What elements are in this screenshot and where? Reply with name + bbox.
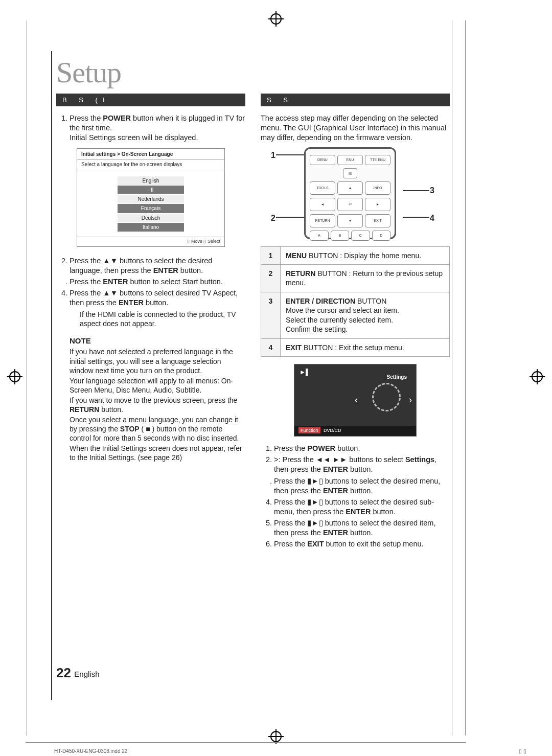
registration-mark <box>270 731 282 742</box>
legend-num-2: 2 <box>261 265 281 292</box>
step-3: . Press the ENTER button to select Start… <box>70 277 245 287</box>
lang-deutsch: Deutsch <box>118 214 184 222</box>
note-body: If you have not selected a preferred lan… <box>56 347 245 463</box>
step-1b: Initial Settings screen will be displaye… <box>70 133 198 142</box>
lang-nederlands: Nederlands <box>118 195 184 203</box>
rstep-3: .Press the ▮►▯ buttons to select the des… <box>274 476 450 496</box>
note-5: When the Initial Settings screen does no… <box>70 444 245 463</box>
legend-num-1: 1 <box>261 246 281 264</box>
section-bar-right: S S <box>261 94 450 106</box>
page-heading: Setup <box>52 55 465 94</box>
tv-settings-screen: ►▌ Settings ‹ › Function DVD/CD <box>294 364 417 437</box>
lang-english: English <box>118 176 184 185</box>
battery-icon: ▥ <box>343 168 357 178</box>
registration-mark <box>270 13 282 25</box>
legend-text-2: RETURN BUTTON : Return to the previous s… <box>281 265 450 292</box>
remote-enu-btn: ENU <box>337 155 363 165</box>
tv-footer: Function DVD/CD <box>294 426 416 436</box>
remote-a-btn: A <box>310 231 329 241</box>
remote-right-btn: ► <box>365 198 390 211</box>
rstep-6: 6.Press the EXIT button to exit the setu… <box>274 539 450 549</box>
ui-breadcrumb: Initial settings > On-Screen Language <box>77 149 224 160</box>
language-list: English · fl Nederlands Français Deutsch… <box>77 171 224 237</box>
callout-1: 1 <box>271 150 275 161</box>
right-intro: The access step may differ depending on … <box>261 113 450 143</box>
remote-menu-btn: DENU <box>310 155 335 165</box>
callout-3: 3 <box>430 185 434 196</box>
print-footer-left: HT-D450-XU-ENG-0303.indd 22 <box>54 748 127 754</box>
note-3: If you want to move to the previous scre… <box>70 396 245 415</box>
remote-down-btn: ▼ <box>337 214 363 227</box>
remote-left-btn: ◄ <box>310 198 335 211</box>
legend-text-4: EXIT BUTTON : Exit the setup menu. <box>281 338 450 356</box>
step-2: 2. Press the ▲▼ buttons to select the de… <box>70 256 245 276</box>
page-number: 22 English <box>56 665 100 681</box>
trim-line <box>27 20 27 736</box>
lang-highlight: · fl <box>118 186 184 194</box>
arrow-left-icon: ‹ <box>355 394 358 406</box>
play-pause-icon: ►▌ <box>300 369 310 377</box>
remote-tools-btn: TOOLS <box>310 181 335 195</box>
tv-title: Settings <box>387 374 407 380</box>
settings-gear-icon <box>372 383 401 411</box>
rstep-5: 5.Press the ▮►▯ buttons to select the de… <box>274 518 450 538</box>
legend-text-1: MENU BUTTON : Display the home menu. <box>281 246 450 264</box>
arrow-right-icon: › <box>409 394 412 406</box>
ui-prompt: Select a language for the on-screen disp… <box>77 160 224 171</box>
step-1: 1. Press the POWER button when it is plu… <box>70 113 245 143</box>
rstep-2: 2.>: Press the ◄◄ ►► buttons to select S… <box>274 455 450 474</box>
remote-return-btn: RETURN <box>310 214 335 227</box>
step-4: 4. Press the ▲▼ buttons to select desire… <box>70 288 245 308</box>
legend-num-3: 3 <box>261 292 281 338</box>
remote-c-btn: C <box>351 231 370 241</box>
remote-enter-btn: ⏎ <box>337 198 363 211</box>
remote-diagram: 1 2 3 4 DENU ENU TTE ENU ▥ TOOLS ▲ INFO <box>261 147 450 239</box>
step-4b: If the HDMI cable is connected to the pr… <box>56 310 245 329</box>
rstep-1: 1.Press the POWER button. <box>274 444 450 453</box>
section-bar-left: B S (I <box>56 94 245 106</box>
tv-foot-function: Function <box>298 427 320 433</box>
print-footer: HT-D450-XU-ENG-0303.indd 22 ▯ ▯ <box>0 748 552 754</box>
trim-line <box>26 742 466 743</box>
note-heading: NOTE <box>56 330 245 347</box>
ui-footer-hints: ▯ Move ▯ Select <box>77 237 224 246</box>
print-footer-right: ▯ ▯ <box>519 748 526 754</box>
trim-line <box>465 20 466 736</box>
page-content: Setup B S (I 1. Press the POWER button w… <box>51 51 465 700</box>
right-column: S S The access step may differ depending… <box>261 94 450 551</box>
rstep-4: 4.Press the ▮►▯ buttons to select the de… <box>274 497 450 517</box>
left-column: B S (I 1. Press the POWER button when it… <box>56 94 245 551</box>
legend-num-4: 4 <box>261 338 281 356</box>
legend-text-3: ENTER / DIRECTION BUTTONMove the cursor … <box>281 292 450 338</box>
registration-mark <box>532 371 543 382</box>
lang-francais: Français <box>118 204 184 213</box>
lang-italiano: Italiano <box>118 223 184 232</box>
button-legend-table: 1 MENU BUTTON : Display the home menu. 2… <box>261 246 450 357</box>
note-1: If you have not selected a preferred lan… <box>70 347 245 375</box>
remote-up-btn: ▲ <box>337 181 363 195</box>
callout-4: 4 <box>430 213 434 223</box>
remote-info-btn: INFO <box>365 181 390 195</box>
initial-settings-screen: Initial settings > On-Screen Language Se… <box>77 148 225 247</box>
remote-d-btn: D <box>372 231 391 241</box>
remote-b-btn: B <box>331 231 350 241</box>
remote-body: DENU ENU TTE ENU ▥ TOOLS ▲ INFO ◄ ⏎ ► <box>304 147 396 239</box>
note-4: Once you select a menu language, you can… <box>70 415 245 443</box>
remote-exit-btn: EXIT <box>365 214 390 227</box>
tv-foot-source: DVD/CD <box>324 428 341 433</box>
remote-tteenu-btn: TTE ENU <box>365 155 390 165</box>
callout-2: 2 <box>271 213 275 223</box>
registration-mark <box>9 371 20 382</box>
note-2: Your language selection will apply to al… <box>70 376 245 395</box>
